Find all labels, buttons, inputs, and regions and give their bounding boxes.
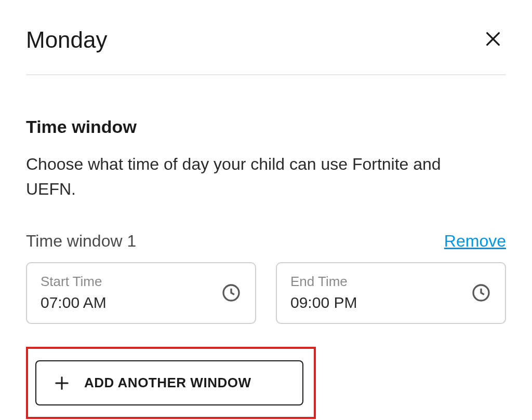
section-title: Time window (26, 117, 506, 137)
clock-icon (221, 282, 242, 303)
end-time-text: End Time 09:00 PM (290, 274, 357, 311)
remove-link[interactable]: Remove (444, 232, 506, 251)
start-time-text: Start Time 07:00 AM (41, 274, 107, 311)
start-time-value: 07:00 AM (41, 294, 107, 311)
dialog-body: Time window Choose what time of day your… (26, 75, 506, 419)
highlight-annotation: ADD ANOTHER WINDOW (26, 347, 316, 419)
page-title: Monday (26, 27, 108, 53)
dialog-header: Monday (26, 26, 506, 75)
section-description: Choose what time of day your child can u… (26, 152, 483, 201)
end-time-value: 09:00 PM (290, 294, 357, 311)
clock-icon (471, 282, 491, 303)
end-time-label: End Time (290, 274, 357, 290)
close-button[interactable] (480, 26, 506, 53)
time-window-label: Time window 1 (26, 232, 136, 251)
plus-icon (54, 375, 70, 391)
add-another-window-button[interactable]: ADD ANOTHER WINDOW (35, 360, 303, 405)
start-time-field[interactable]: Start Time 07:00 AM (26, 262, 256, 324)
time-fields-row: Start Time 07:00 AM End Time 09:00 PM (26, 262, 506, 324)
start-time-label: Start Time (41, 274, 107, 290)
time-window-header: Time window 1 Remove (26, 232, 506, 251)
close-icon (484, 42, 502, 49)
add-button-label: ADD ANOTHER WINDOW (84, 375, 251, 391)
end-time-field[interactable]: End Time 09:00 PM (276, 262, 506, 324)
